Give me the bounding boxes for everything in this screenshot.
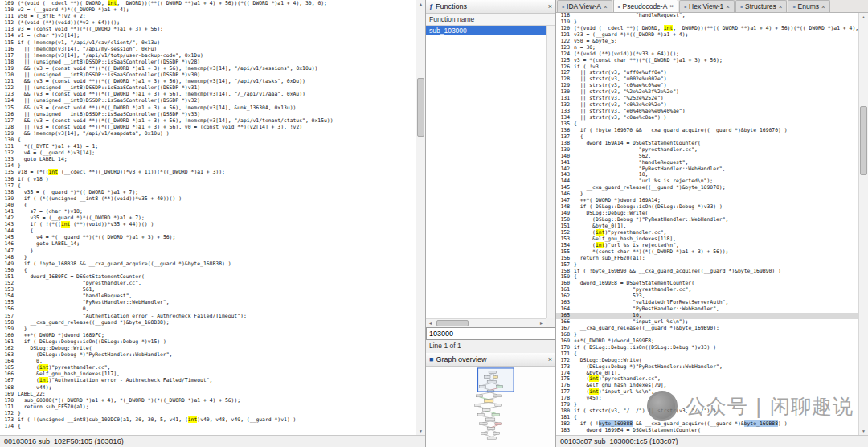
scroll-up-arrow-icon[interactable]: ▲ xyxy=(416,0,425,8)
code-line[interactable]: 133 goto LABEL_14; xyxy=(0,156,416,162)
code-line[interactable]: 156 return sub_FF620(a1); xyxy=(556,256,858,262)
code-line[interactable]: 122 || (unsigned __int8)DSSDP::isSaaSCon… xyxy=(0,84,416,91)
code-line[interactable]: 138 v35 = (__guard *)*((_DWORD *)a1 + 7)… xyxy=(0,189,416,195)
function-filter-input[interactable] xyxy=(426,327,555,340)
graph-overview-thumbnail[interactable] xyxy=(431,367,551,445)
code-line[interactable]: 134} xyxy=(0,162,416,169)
code-line[interactable]: 128 || (v3 = (const void **)(*((_DWORD *… xyxy=(0,124,416,130)
functions-panel-titlebar[interactable]: ƒ Functions × xyxy=(426,0,555,14)
code-line[interactable]: 170if ( DSLog::Debug::isOn((DSLog::Debug… xyxy=(556,345,858,351)
code-line[interactable]: 173if ( !(unsigned __int8)sub_102DC0(a1,… xyxy=(0,416,416,423)
code-line[interactable]: 148 } xyxy=(0,254,416,260)
code-line[interactable]: 110v2 = (__guard *)*((_DWORD *)a1 + 4); xyxy=(0,6,416,13)
code-line[interactable]: 149 if ( !byte_168B38 && __cxa_guard_acq… xyxy=(0,260,416,267)
code-line[interactable]: 152 "pyresthandler.cc", xyxy=(0,280,416,286)
code-line[interactable]: 156 0, xyxy=(0,306,416,312)
left-code-area[interactable]: 109(*(void (__cdecl **)(_DWORD, int, _DW… xyxy=(0,0,416,435)
code-line[interactable]: 124 || (unsigned __int8)DSSDP::isSaaSCon… xyxy=(0,97,416,104)
code-line[interactable]: 167 (int)"Authentication error - Authrec… xyxy=(0,377,416,383)
code-line[interactable]: 151 dword_1689FC = DSGetStatementCounter… xyxy=(0,273,416,280)
code-line[interactable]: 166 &elf_gnu_hash_indexes[117], xyxy=(0,371,416,377)
code-line[interactable]: 123 && (v3 = (const void **)(*((_DWORD *… xyxy=(0,91,416,97)
code-line[interactable]: 170 sub_60080(*((_DWORD *)a1 + 4), *(_DW… xyxy=(0,397,416,404)
code-line[interactable]: 142 v35 = (__guard *)*((_DWORD *)a1 + 7)… xyxy=(0,215,416,221)
function-list-item[interactable]: sub_103000 xyxy=(426,26,546,35)
tab-close-icon[interactable]: × xyxy=(604,3,608,10)
code-line[interactable]: 120 || (unsigned __int8)DSSDP::isSaaSCon… xyxy=(0,72,416,78)
code-line[interactable]: 141 s7 = (char *)v18; xyxy=(0,208,416,215)
code-line[interactable]: 127 && (v3 = (const void **)(*((_DWORD *… xyxy=(0,117,416,124)
scroll-down-arrow-icon[interactable]: ▼ xyxy=(416,427,425,435)
code-line[interactable]: 164 0, xyxy=(0,358,416,364)
tab-ida-view-a[interactable]: ■IDA View-A× xyxy=(557,0,612,12)
code-line[interactable]: 115if ( !memcmp(v1, "/api/v1/cav/client/… xyxy=(0,39,416,46)
tab-structures[interactable]: ■Structures× xyxy=(735,0,787,12)
code-line[interactable]: 113v3 = (const void **)(*((_DWORD *)a1 +… xyxy=(0,26,416,32)
code-line[interactable]: 109(*(void (__cdecl **)(_DWORD, int, _DW… xyxy=(0,0,416,6)
functions-close-icon[interactable]: × xyxy=(548,2,552,10)
tab-close-icon[interactable]: × xyxy=(726,3,730,10)
scroll-right-arrow-icon[interactable]: ► xyxy=(537,321,546,326)
code-line[interactable]: 132 v4 = (__guard *)v3[14]; xyxy=(0,150,416,156)
code-line[interactable]: 125 && (v3 = (const void **)(*((_DWORD *… xyxy=(0,105,416,111)
code-line[interactable]: 154 "handleRequest", xyxy=(0,293,416,299)
code-line[interactable]: 125v3 = *(const char **)(*((_DWORD *)a1 … xyxy=(556,58,858,64)
functions-vertical-scrollbar[interactable] xyxy=(546,26,555,318)
left-vertical-scrollbar[interactable]: ▲ ▼ xyxy=(416,0,425,435)
code-line[interactable]: 163 (DSLog::Debug *)"PyRestHandler::WebH… xyxy=(0,351,416,358)
code-line[interactable]: 172} xyxy=(0,410,416,416)
tab-close-icon[interactable]: × xyxy=(779,3,783,10)
tab-close-icon[interactable]: × xyxy=(821,3,825,10)
scroll-left-arrow-icon[interactable]: ◄ xyxy=(426,321,435,326)
code-line[interactable]: 165 (int)"pyresthandler.cc", xyxy=(0,364,416,371)
code-line[interactable]: 118 || (unsigned __int8)DSSDP::isSaaSCon… xyxy=(0,59,416,65)
code-line[interactable]: 158 __cxa_guard_release((__guard *)&byte… xyxy=(0,319,416,326)
code-line[interactable]: 118 "handleRequest", xyxy=(556,13,858,19)
scrollbar-track[interactable] xyxy=(435,319,537,327)
code-line[interactable]: 145 v4 = *(__guard **)(*((_DWORD *)a1 + … xyxy=(0,234,416,240)
right-vertical-scrollbar[interactable]: ▲ ▼ xyxy=(858,13,868,435)
code-line[interactable]: 117 || !memcmp(v3[14], "/api/v1/totp/use… xyxy=(0,52,416,59)
code-line[interactable]: 136 if ( !byte_169070 && __cxa_guard_acq… xyxy=(556,128,858,134)
code-line[interactable]: 134 || strstr(v3, "c0ae%c0ae") ) xyxy=(556,115,858,121)
scrollbar-thumb[interactable] xyxy=(417,78,424,136)
code-line[interactable]: 174{ xyxy=(0,423,416,429)
code-line[interactable]: 139 if ( (*((unsigned __int8 (**)(void))… xyxy=(0,195,416,202)
code-line[interactable]: 114v1 = (char *)v3[14]; xyxy=(0,32,416,39)
code-line[interactable]: 168 v44); xyxy=(0,384,416,391)
code-line[interactable]: 111v50 = (_BYTE *)v2 + 2; xyxy=(0,13,416,19)
scroll-down-arrow-icon[interactable]: ▼ xyxy=(859,427,868,435)
graph-overview-close-icon[interactable]: × xyxy=(548,355,552,363)
code-line[interactable]: 162 DSLog::Debug::Write( xyxy=(0,345,416,351)
graph-overview-titlebar[interactable]: ■ Graph overview × xyxy=(426,353,555,367)
code-line[interactable]: 112(*(void (**)(void))(*v2 + 64))(); xyxy=(0,19,416,26)
function-name-column-header[interactable]: Function name xyxy=(426,14,555,26)
scrollbar-thumb[interactable] xyxy=(860,106,867,175)
code-line[interactable]: 122v50 = &byte_5; xyxy=(556,39,858,45)
code-line[interactable]: 146 goto LABEL_14; xyxy=(0,240,416,247)
code-line[interactable]: 155 "PyRestHandler::WebHandler", xyxy=(0,299,416,306)
code-line[interactable]: 137{ xyxy=(0,182,416,189)
tab-enums[interactable]: ■Enums× xyxy=(788,0,829,12)
code-line[interactable]: 160 ++*(_DWORD *)dword_1689FC; xyxy=(0,332,416,338)
code-line[interactable]: 167 __cxa_guard_release((__guard *)&byte… xyxy=(556,326,858,332)
code-line[interactable]: 169LABEL_22: xyxy=(0,391,416,397)
code-line[interactable]: 129 && !memcmp(v3[14], "/api/v1/esapdata… xyxy=(0,130,416,137)
scroll-up-arrow-icon[interactable]: ▲ xyxy=(859,13,868,21)
code-line[interactable]: 147 } xyxy=(0,248,416,254)
code-line[interactable]: 150 { xyxy=(0,267,416,273)
code-line[interactable]: 119 && (v3 = (const void **)(*((_DWORD *… xyxy=(0,65,416,72)
code-line[interactable]: 143 if ( !(*((int (**)(void))*v35 + 44))… xyxy=(0,221,416,228)
code-line[interactable]: 144 { xyxy=(0,228,416,234)
scrollbar-thumb[interactable] xyxy=(436,320,469,326)
code-line[interactable]: 136if ( v18 ) xyxy=(0,176,416,182)
tab-close-icon[interactable]: × xyxy=(669,2,674,10)
tab-pseudocode-a[interactable]: ■Pseudocode-A× xyxy=(613,0,678,12)
code-line[interactable]: 171 return sub_FF570(a1); xyxy=(0,404,416,410)
code-line[interactable]: 126 || (unsigned __int8)DSSDP::isSaaSCon… xyxy=(0,111,416,117)
graph-overview-body[interactable] xyxy=(426,367,555,447)
code-line[interactable]: 130{ xyxy=(0,137,416,143)
code-line[interactable]: 159 } xyxy=(0,326,416,332)
tab-hex-view-1[interactable]: ■Hex View-1× xyxy=(679,0,735,12)
code-line[interactable]: 116 || !memcmp(v3[14], "/api/my-session"… xyxy=(0,46,416,52)
